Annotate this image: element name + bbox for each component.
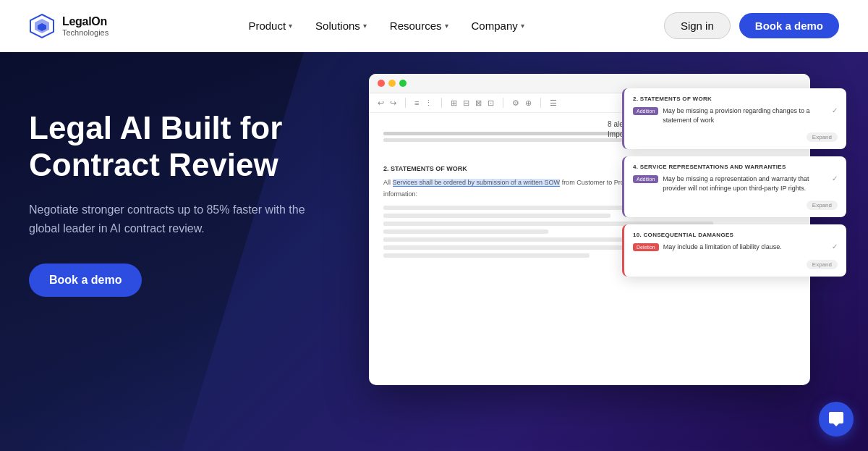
logo-icon: [29, 13, 55, 39]
nav-links: Product ▾ Solutions ▾ Resources ▾ Compan…: [248, 20, 524, 32]
book-demo-nav-button[interactable]: Book a demo: [739, 13, 839, 38]
panel3-text: May include a limitation of liability cl…: [663, 243, 827, 252]
toolbar-separator: [441, 98, 442, 108]
chevron-down-icon: ▾: [289, 22, 292, 30]
product-mockup: ↩ ↪ ≡ ⋮ ⊞ ⊟ ⊠ ⊡ ⚙ ⊕ ☰ 8 alerts / 3 omi: [369, 74, 846, 443]
panel2-text: May be missing a representation and warr…: [663, 174, 827, 193]
nav-company[interactable]: Company ▾: [472, 20, 524, 32]
check-icon: ✓: [832, 106, 838, 114]
panel2-section: 4. SERVICE REPRESENTATIONS AND WARRANTIE…: [633, 164, 838, 170]
chevron-down-icon: ▾: [521, 22, 524, 30]
chevron-down-icon: ▾: [445, 22, 448, 30]
toolbar-separator: [503, 98, 503, 108]
nav-actions: Sign in Book a demo: [664, 12, 839, 39]
signin-button[interactable]: Sign in: [664, 12, 731, 39]
hero-title: Legal AI Built for Contract Review: [29, 110, 333, 183]
toolbar-separator: [540, 98, 541, 108]
nav-resources[interactable]: Resources ▾: [390, 20, 448, 32]
logo-text: LegalOn Technologies: [62, 15, 109, 37]
panel3-tag: Deletion: [633, 243, 659, 251]
check-icon: ✓: [832, 243, 838, 250]
panel-statements-of-work: 2. STATEMENTS OF WORK Addition May be mi…: [622, 88, 846, 149]
window-close-dot: [378, 80, 385, 87]
panel2-tag: Addition: [633, 175, 658, 183]
panel1-section: 2. STATEMENTS OF WORK: [633, 96, 838, 102]
nav-solutions[interactable]: Solutions ▾: [315, 20, 367, 32]
panel3-expand[interactable]: Expand: [807, 260, 838, 269]
chat-support-button[interactable]: [819, 402, 854, 437]
panel1-expand[interactable]: Expand: [807, 132, 838, 142]
window-expand-dot: [399, 80, 407, 87]
brand-name: LegalOn: [62, 15, 109, 28]
chevron-down-icon: ▾: [363, 22, 367, 30]
check-icon: ✓: [832, 174, 838, 182]
nav-product[interactable]: Product ▾: [248, 20, 292, 32]
panel2-expand[interactable]: Expand: [807, 201, 838, 210]
navbar: LegalOn Technologies Product ▾ Solutions…: [0, 0, 868, 52]
hero-content: Legal AI Built for Contract Review Negot…: [29, 110, 333, 297]
chat-icon: [827, 410, 845, 428]
hero-section: Legal AI Built for Contract Review Negot…: [0, 52, 868, 451]
toolbar-separator: [405, 98, 406, 108]
book-demo-hero-button[interactable]: Book a demo: [29, 264, 142, 297]
panel-service-warranties: 4. SERVICE REPRESENTATIONS AND WARRANTIE…: [622, 156, 846, 217]
panel1-tag: Addition: [633, 107, 658, 115]
hero-subtitle: Negotiate stronger contracts up to 85% f…: [29, 201, 333, 237]
panel3-section: 10. CONSEQUENTIAL DAMANGES: [633, 232, 838, 238]
window-minimize-dot: [388, 80, 396, 87]
panel-consequential-damages: 10. CONSEQUENTIAL DAMANGES Deletion May …: [622, 224, 846, 277]
review-panels: 2. STATEMENTS OF WORK Addition May be mi…: [622, 88, 846, 277]
logo: LegalOn Technologies: [29, 13, 109, 39]
brand-sub: Technologies: [62, 28, 109, 37]
panel1-text: May be missing a provision regarding cha…: [663, 106, 827, 125]
